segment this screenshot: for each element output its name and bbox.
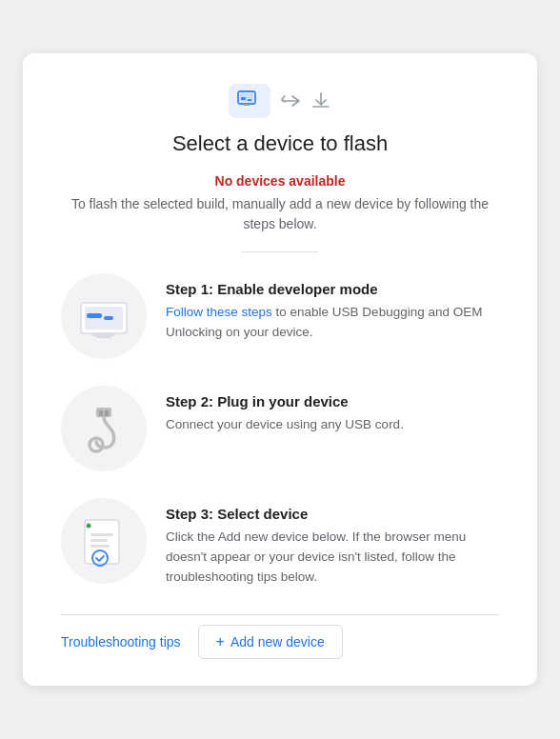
step-2: Step 2: Plug in your device Connect your… — [61, 386, 499, 471]
svg-rect-3 — [248, 99, 251, 101]
step-1: Step 1: Enable developer mode Follow the… — [61, 273, 499, 359]
step-3: Step 3: Select device Click the Add new … — [61, 498, 499, 588]
svg-point-16 — [87, 524, 91, 529]
svg-rect-8 — [104, 316, 113, 320]
svg-rect-10 — [96, 336, 111, 338]
svg-rect-18 — [90, 539, 108, 542]
status-description: To flash the selected build, manually ad… — [61, 194, 499, 234]
step-2-content: Step 2: Plug in your device Connect your… — [166, 386, 499, 435]
svg-rect-12 — [99, 410, 103, 416]
section-divider — [242, 251, 318, 252]
arrow-icon — [280, 92, 301, 110]
device-flash-icon — [229, 84, 270, 118]
footer: Troubleshooting tips + Add new device — [61, 614, 499, 659]
svg-rect-9 — [92, 333, 115, 336]
step-1-desc: Follow these steps to enable USB Debuggi… — [166, 303, 499, 343]
svg-rect-19 — [90, 545, 110, 548]
step-3-desc: Click the Add new device below. If the b… — [166, 528, 499, 588]
svg-rect-17 — [90, 533, 113, 536]
add-icon: + — [216, 633, 225, 650]
main-card: Select a device to flash No devices avai… — [23, 53, 537, 686]
troubleshooting-button[interactable]: Troubleshooting tips — [61, 627, 181, 657]
add-new-device-button[interactable]: + Add new device — [198, 625, 343, 659]
step-2-desc: Connect your device using any USB cord. — [166, 415, 499, 435]
step-1-icon — [61, 273, 147, 359]
step-2-title: Step 2: Plug in your device — [166, 393, 499, 409]
header-icons — [61, 84, 499, 118]
step-3-content: Step 3: Select device Click the Add new … — [166, 498, 499, 588]
step-1-title: Step 1: Enable developer mode — [166, 281, 499, 297]
page-title: Select a device to flash — [61, 131, 499, 156]
no-devices-status: No devices available — [61, 173, 499, 189]
follow-steps-link[interactable]: Follow these steps — [166, 305, 272, 319]
svg-rect-13 — [105, 410, 109, 416]
svg-rect-4 — [244, 104, 250, 106]
svg-rect-7 — [87, 313, 102, 318]
download-icon — [310, 90, 331, 111]
add-device-label: Add new device — [230, 634, 325, 649]
step-1-content: Step 1: Enable developer mode Follow the… — [166, 273, 499, 343]
step-3-title: Step 3: Select device — [166, 506, 499, 522]
svg-rect-2 — [241, 97, 246, 100]
step-3-icon — [61, 498, 147, 584]
step-2-icon — [61, 386, 147, 471]
